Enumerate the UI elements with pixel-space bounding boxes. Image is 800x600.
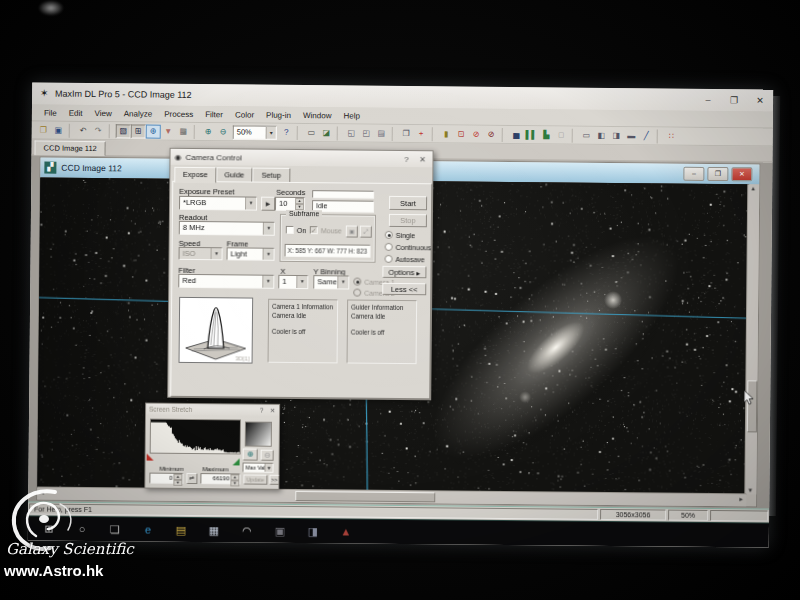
menu-view[interactable]: View <box>89 106 118 119</box>
stop-circle-dark-icon[interactable]: ⊘ <box>484 127 499 141</box>
maximum-spinner[interactable]: 66190 ▲▼ <box>200 473 240 484</box>
menu-plugin[interactable]: Plug-in <box>260 108 297 121</box>
screen-stretch-close-button[interactable]: ✕ <box>267 406 278 414</box>
readout-combo[interactable]: 8 MHz ▼ <box>179 221 275 236</box>
app-icon-2[interactable]: ◨ <box>301 522 325 540</box>
filter-combo[interactable]: Red ▼ <box>178 274 274 289</box>
menu-color[interactable]: Color <box>229 108 260 121</box>
stretch-zoom-in-icon[interactable]: ⊕ <box>243 448 258 460</box>
thermometer-icon[interactable]: ▮ <box>439 127 454 141</box>
mode-single-dot[interactable] <box>385 231 393 239</box>
slide-icon[interactable]: ◪ <box>319 126 334 140</box>
file-explorer-icon[interactable]: ▤ <box>169 521 193 539</box>
seconds-spinner[interactable]: 10 ▲▼ <box>275 197 305 211</box>
swap-minmax-button[interactable]: ⇄ <box>186 473 197 484</box>
green-bars-icon[interactable]: ▌▌ <box>524 128 539 142</box>
scroll-up-icon[interactable]: ▲ <box>750 185 756 191</box>
mode-autosave-dot[interactable] <box>384 255 392 263</box>
minimum-down-icon[interactable]: ▼ <box>173 480 182 486</box>
horizontal-scroll-thumb[interactable] <box>295 491 435 502</box>
y-binning-arrow-icon[interactable]: ▼ <box>337 276 348 288</box>
line-profile-icon[interactable]: ╱ <box>639 129 654 143</box>
frame-arrow-icon[interactable]: ▼ <box>263 249 274 260</box>
layout2-icon[interactable]: ◧ <box>594 128 609 142</box>
maximum-down-icon[interactable]: ▼ <box>230 480 239 486</box>
close-button[interactable]: ✕ <box>747 89 773 111</box>
vertical-scroll-thumb[interactable] <box>747 380 757 432</box>
zoom-in-icon[interactable]: ⊕ <box>201 125 216 139</box>
menu-filter[interactable]: Filter <box>199 108 229 121</box>
preview-3d-thumbnail[interactable]: 3D[1] <box>179 297 254 364</box>
x-binning-arrow-icon[interactable]: ▼ <box>296 276 307 288</box>
zoom-level-combo[interactable]: 50% ▼ <box>233 125 277 139</box>
tab-expose[interactable]: Expose <box>174 167 216 183</box>
histogram-icon[interactable]: ▅ <box>509 128 524 142</box>
redo-icon[interactable]: ↷ <box>91 124 106 138</box>
onedrive-icon[interactable]: ◠ <box>235 521 259 539</box>
tab-ccd-image-112[interactable]: CCD Image 112 <box>35 140 106 156</box>
camera-icon[interactable]: ▦ <box>176 124 191 138</box>
star-box-icon[interactable]: ⊡ <box>454 127 469 141</box>
less-button[interactable]: Less << <box>382 283 426 295</box>
quad-view-icon[interactable]: ⊞ <box>131 124 146 138</box>
copy-icon[interactable]: ❐ <box>399 126 414 140</box>
green-bars2-icon[interactable]: ▙ <box>539 128 554 142</box>
grid-icon[interactable]: ∷ <box>664 129 679 143</box>
zoom-combo-arrow-icon[interactable]: ▼ <box>266 126 276 138</box>
image-maximize-button[interactable]: ❐ <box>707 167 728 181</box>
camera-control-help-button[interactable]: ? <box>398 154 414 163</box>
app-icon-3[interactable]: ▲ <box>334 522 358 540</box>
monitor-icon[interactable]: ▭ <box>304 126 319 140</box>
menu-file[interactable]: File <box>38 106 63 119</box>
layout3-icon[interactable]: ◨ <box>609 128 624 142</box>
layout1-icon[interactable]: ▭ <box>579 128 594 142</box>
menu-window[interactable]: Window <box>297 108 338 121</box>
options-button[interactable]: Options ▶ <box>382 266 426 278</box>
open-icon[interactable]: ❒ <box>36 123 51 137</box>
tab-guide[interactable]: Guide <box>216 167 252 182</box>
minimize-button[interactable]: – <box>695 89 721 111</box>
layout4-icon[interactable]: ▬ <box>624 129 639 143</box>
camera-control-close-button[interactable]: ✕ <box>414 155 430 164</box>
mode-autosave-radio[interactable]: Autosave <box>384 255 424 263</box>
scroll-down-icon[interactable]: ▼ <box>747 487 753 493</box>
pin-icon[interactable]: ▼ <box>161 124 176 138</box>
image-minimize-button[interactable]: – <box>683 167 704 181</box>
image-close-button[interactable]: ✕ <box>731 167 752 181</box>
exposure-preset-combo[interactable]: *LRGB ▼ <box>179 196 257 211</box>
help-pointer-icon[interactable]: ? <box>279 125 294 139</box>
tab-setup[interactable]: Setup <box>252 168 290 183</box>
screen-stretch-help-button[interactable]: ? <box>256 406 267 414</box>
max-slider-handle[interactable] <box>233 458 240 465</box>
preset-expand-button[interactable]: ▶ <box>261 197 275 211</box>
clipboard-icon[interactable]: ▤ <box>374 126 389 140</box>
start-button[interactable]: Start <box>389 196 427 210</box>
menu-edit[interactable]: Edit <box>63 106 89 119</box>
exposure-preset-arrow-icon[interactable]: ▼ <box>245 198 256 210</box>
screen-stretch-icon[interactable]: ▧ <box>116 124 131 138</box>
undo-icon[interactable]: ↶ <box>76 123 91 137</box>
blank-frame-icon[interactable]: □ <box>554 128 569 142</box>
scroll-right-icon[interactable]: ► <box>738 496 744 502</box>
maximize-button[interactable]: ❐ <box>721 89 747 111</box>
export-icon[interactable]: ◱ <box>344 126 359 140</box>
camera-control-titlebar[interactable]: ◉ Camera Control ? ✕ <box>170 149 432 168</box>
add-icon[interactable]: + <box>414 127 429 141</box>
menu-help[interactable]: Help <box>337 109 366 122</box>
frame-combo[interactable]: Light ▼ <box>227 247 275 260</box>
stretch-mode-arrow-icon[interactable]: ▼ <box>264 464 272 472</box>
y-binning-combo[interactable]: Same ▼ <box>313 275 349 289</box>
mode-single-radio[interactable]: Single <box>385 231 416 239</box>
crosshair-toggle-icon[interactable]: ⊕ <box>146 124 161 138</box>
filter-arrow-icon[interactable]: ▼ <box>262 276 273 288</box>
mode-continuous-radio[interactable]: Continuous <box>385 243 431 251</box>
screen-stretch-titlebar[interactable]: Screen Stretch ? ✕ <box>146 404 279 416</box>
subframe-on-box[interactable] <box>286 226 294 234</box>
stretch-expand-button[interactable]: >> <box>269 475 279 485</box>
x-binning-combo[interactable]: 1 ▼ <box>278 275 308 289</box>
subframe-on-checkbox[interactable]: On <box>286 226 306 234</box>
stretch-mode-combo[interactable]: Max Val ▼ <box>242 462 273 472</box>
vertical-scrollbar[interactable]: ▲ ▼ <box>744 184 759 494</box>
import-icon[interactable]: ◰ <box>359 126 374 140</box>
mode-continuous-dot[interactable] <box>385 243 393 251</box>
